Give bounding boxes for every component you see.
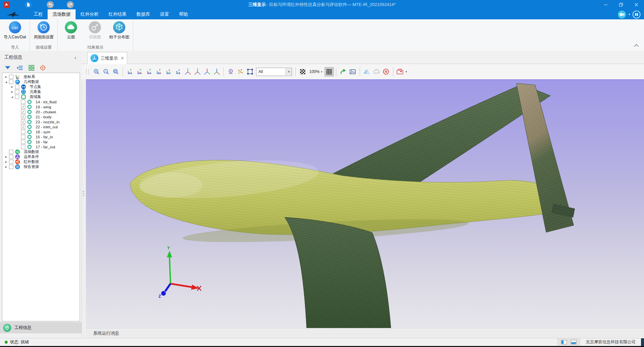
tree-checkbox[interactable]	[9, 80, 13, 84]
tree-expander-icon[interactable]: ▶	[10, 86, 14, 88]
tree-row-18[interactable]: ▶报告资源	[2, 164, 80, 169]
tree-expander-icon[interactable]: ▶	[4, 161, 8, 163]
box-select-icon[interactable]	[245, 67, 255, 77]
tree-row-2[interactable]: ▶节点集	[2, 84, 80, 89]
tree-row-15[interactable]: 流场数据	[2, 149, 80, 154]
tab-close-icon[interactable]: ✕	[121, 56, 124, 61]
tree-row-13[interactable]: 16 - far	[2, 139, 80, 144]
snapshot-icon[interactable]	[348, 67, 358, 77]
tree-row-11[interactable]: 18 - sym	[2, 129, 80, 134]
tree-checkbox[interactable]	[15, 95, 19, 99]
ribbon-button-clock-cycle[interactable]: 周期面设置	[31, 20, 56, 40]
panel-bottom-toggle-icon[interactable]	[571, 340, 576, 344]
panel-left-toggle-icon[interactable]	[561, 340, 567, 344]
particle-trace-icon[interactable]	[235, 67, 245, 77]
panel-footer-tab[interactable]: 工程信息	[0, 322, 82, 333]
aircraft-mesh-model[interactable]: Y Z	[86, 80, 644, 328]
tree-checkbox[interactable]	[21, 100, 25, 104]
view-back-icon[interactable]: Yzx	[135, 67, 144, 77]
tree-expander-icon[interactable]: ◢	[4, 81, 8, 83]
texture-icon[interactable]	[298, 67, 307, 77]
outline-list-icon[interactable]	[16, 65, 23, 71]
locate-icon[interactable]	[40, 65, 46, 71]
view-iso-se-icon[interactable]: xYz	[202, 67, 212, 77]
tree-checkbox[interactable]	[21, 130, 25, 134]
tree-row-9[interactable]: ✓23 - nozzle_in	[2, 119, 80, 124]
caret-down-icon[interactable]: ▾	[406, 70, 407, 73]
mesh-grid-icon[interactable]	[324, 67, 334, 77]
tree-row-5[interactable]: 14 - int_fluid	[2, 99, 80, 104]
print-icon[interactable]	[395, 67, 405, 77]
tree-row-14[interactable]: 17 - far_out	[2, 144, 80, 149]
tree-row-1[interactable]: ◢几何数据	[2, 79, 80, 84]
zoom-window-icon[interactable]	[111, 67, 121, 77]
view-iso-nw-icon[interactable]: Yzx	[192, 67, 202, 77]
menu-item-6[interactable]: 帮助	[174, 9, 193, 19]
tree-checkbox[interactable]: ✓	[21, 105, 25, 109]
tree-checkbox[interactable]: ✓	[21, 125, 25, 129]
tree-checkbox[interactable]	[21, 140, 25, 144]
tree-row-12[interactable]: 15 - far_in	[2, 134, 80, 139]
ribbon-collapse-icon[interactable]	[634, 44, 639, 48]
viewport-3d[interactable]: Y Z	[86, 79, 644, 328]
display-filter-select[interactable]: All▼	[256, 68, 292, 76]
tree-expander-icon[interactable]: ▶	[4, 76, 8, 78]
tree-checkbox[interactable]	[21, 145, 25, 149]
tree-checkbox[interactable]	[15, 90, 19, 94]
tree-expander-icon[interactable]: ◢	[10, 96, 14, 98]
menu-item-5[interactable]: 设置	[155, 9, 174, 19]
export-arrow-icon[interactable]	[338, 67, 348, 77]
tree-row-3[interactable]: ▶元素集	[2, 89, 80, 94]
tree-row-4[interactable]: ◢面域集	[2, 94, 80, 99]
tab-3d-view[interactable]: 三维显示 ✕	[87, 52, 127, 64]
menu-item-3[interactable]: 红外结果	[104, 9, 132, 19]
tree-row-7[interactable]: ✓20 - chuiwei	[2, 109, 80, 114]
menu-item-4[interactable]: 数据库	[132, 9, 155, 19]
collapse-panel-icon[interactable]: ‹	[73, 55, 78, 60]
cancel-icon[interactable]	[381, 67, 391, 77]
redo-icon[interactable]	[67, 1, 74, 8]
ribbon-button-cloud[interactable]: 云图	[59, 20, 83, 40]
menu-item-2[interactable]: 红外分析	[76, 9, 104, 19]
view-iso-ne-icon[interactable]: Yxz	[183, 67, 192, 77]
close-button[interactable]	[629, 0, 644, 9]
tree-row-0[interactable]: ▶Yxz坐标系	[2, 74, 80, 79]
filter-icon[interactable]	[4, 65, 11, 71]
ribbon-button-cas[interactable]: cas导入Cas/Dat	[1, 20, 28, 40]
view-bottom-icon[interactable]: zYx	[173, 67, 183, 77]
tree-checkbox[interactable]	[9, 155, 13, 159]
caret-down-icon[interactable]: ▾	[321, 70, 322, 73]
tree-checkbox[interactable]	[9, 150, 13, 154]
app-logo-icon[interactable]	[3, 1, 10, 8]
tree-row-10[interactable]: ✓22 - inlet_out	[2, 124, 80, 129]
tree-checkbox[interactable]	[9, 165, 13, 169]
grid4-icon[interactable]	[28, 65, 35, 71]
tree-checkbox[interactable]: ✓	[21, 120, 25, 124]
zoom-level-control[interactable]: 100%▾	[309, 69, 322, 74]
tree-expander-icon[interactable]: ▶	[10, 91, 14, 93]
mirror-icon[interactable]	[362, 67, 372, 77]
view-right-icon[interactable]: Yzx	[154, 67, 163, 77]
tree-row-17[interactable]: ▶红外数据	[2, 159, 80, 164]
tree-checkbox[interactable]	[21, 135, 25, 139]
tree-row-16[interactable]: ▶边界条件	[2, 154, 80, 159]
tree-checkbox[interactable]	[15, 85, 19, 89]
menu-item-0[interactable]: 工程	[29, 9, 48, 19]
tree-checkbox[interactable]	[9, 160, 13, 164]
menu-item-1[interactable]: 流场数据	[48, 9, 76, 19]
zoom-out-icon[interactable]	[101, 67, 111, 77]
tree-checkbox[interactable]: ✓	[21, 115, 25, 119]
view-top-icon[interactable]: xzY	[163, 67, 173, 77]
view-iso-sw-icon[interactable]: zxY	[212, 67, 221, 77]
tree-checkbox[interactable]: ✓	[21, 110, 25, 114]
undo-icon[interactable]	[47, 1, 54, 8]
panel-splitter[interactable]	[83, 190, 84, 197]
tree-row-8[interactable]: ✓21 - body	[2, 114, 80, 119]
view-front-icon[interactable]: Yxz	[125, 67, 135, 77]
manual-icon[interactable]	[632, 10, 641, 19]
tree-expander-icon[interactable]: ▶	[4, 166, 8, 168]
tree-checkbox[interactable]	[9, 75, 13, 79]
minimize-button[interactable]	[598, 0, 613, 9]
view-left-icon[interactable]: Yxz	[144, 67, 154, 77]
tree-expander-icon[interactable]: ▶	[4, 156, 8, 158]
